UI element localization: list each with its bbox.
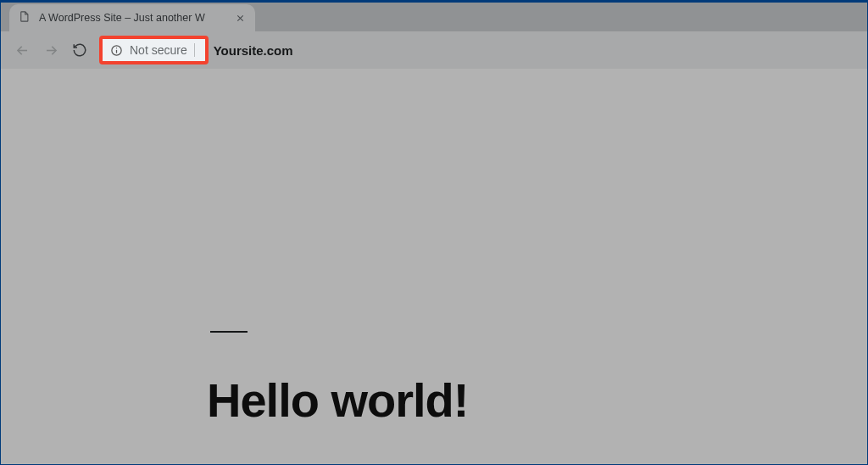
forward-button[interactable] [36, 36, 65, 64]
heading-rule [210, 331, 248, 333]
back-button[interactable] [8, 36, 36, 64]
tab-title: A WordPress Site – Just another W [39, 12, 225, 24]
file-icon [18, 10, 31, 26]
security-label: Not secure [130, 43, 187, 57]
page-heading: Hello world! [207, 373, 468, 428]
svg-point-2 [115, 48, 116, 48]
reload-button[interactable] [65, 36, 94, 64]
tab-strip: A WordPress Site – Just another W [1, 3, 867, 31]
security-divider [194, 43, 195, 57]
address-bar[interactable]: Not secure Yoursite.com [99, 36, 293, 64]
security-indicator[interactable]: Not secure [99, 36, 209, 64]
info-icon [109, 43, 123, 57]
close-icon[interactable] [233, 11, 247, 25]
page-content: Hello world! [1, 69, 867, 464]
browser-toolbar: Not secure Yoursite.com [1, 31, 867, 69]
browser-tab[interactable]: A WordPress Site – Just another W [9, 4, 255, 31]
address-url: Yoursite.com [214, 43, 293, 58]
